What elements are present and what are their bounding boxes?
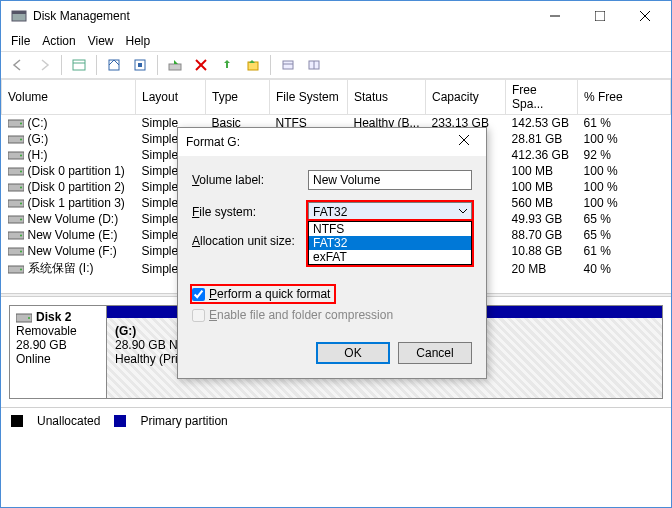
toolbar-icon-8[interactable] [303, 54, 325, 76]
window-title: Disk Management [33, 9, 532, 23]
col-pct[interactable]: % Free [578, 80, 671, 115]
menu-action[interactable]: Action [42, 34, 75, 48]
toolbar-icon-7[interactable] [277, 54, 299, 76]
svg-point-36 [20, 251, 22, 253]
col-layout[interactable]: Layout [136, 80, 206, 115]
toolbar [1, 51, 671, 79]
volume-label-input[interactable] [308, 170, 472, 190]
volume-label-label: Volume label: [192, 173, 308, 187]
menubar: File Action View Help [1, 31, 671, 51]
toolbar-icon-5[interactable] [216, 54, 238, 76]
fs-option-ntfs[interactable]: NTFS [309, 222, 471, 236]
disk-name: Disk 2 [36, 310, 71, 324]
svg-rect-11 [169, 64, 181, 70]
dialog-close-button[interactable] [450, 135, 478, 149]
ok-button[interactable]: OK [316, 342, 390, 364]
legend-unallocated: Unallocated [37, 414, 100, 428]
col-volume[interactable]: Volume [2, 80, 136, 115]
svg-rect-3 [595, 11, 605, 21]
close-button[interactable] [622, 2, 667, 31]
disk-icon [16, 310, 32, 324]
svg-rect-6 [73, 60, 85, 70]
toolbar-icon-3[interactable] [129, 54, 151, 76]
delete-icon[interactable] [190, 54, 212, 76]
svg-point-22 [20, 139, 22, 141]
col-type[interactable]: Type [206, 80, 270, 115]
format-dialog: Format G: Volume label: File system: FAT… [177, 127, 487, 379]
quick-format-label: Perform a quick format [209, 287, 330, 301]
disk-state: Online [16, 352, 100, 366]
fs-option-exfat[interactable]: exFAT [309, 250, 471, 264]
svg-point-40 [28, 317, 30, 319]
svg-point-28 [20, 187, 22, 189]
svg-rect-14 [248, 62, 258, 70]
disk-size: 28.90 GB [16, 338, 100, 352]
toolbar-icon-4[interactable] [164, 54, 186, 76]
minimize-button[interactable] [532, 2, 577, 31]
cancel-button[interactable]: Cancel [398, 342, 472, 364]
svg-rect-8 [109, 60, 119, 70]
svg-point-26 [20, 171, 22, 173]
menu-help[interactable]: Help [126, 34, 151, 48]
legend-unallocated-swatch [11, 415, 23, 427]
filesystem-label: File system: [192, 205, 308, 219]
svg-point-34 [20, 235, 22, 237]
legend: Unallocated Primary partition [1, 407, 671, 434]
dialog-title: Format G: [186, 135, 450, 149]
disk-info[interactable]: Disk 2 Removable 28.90 GB Online [9, 305, 107, 399]
titlebar: Disk Management [1, 1, 671, 31]
svg-point-30 [20, 203, 22, 205]
disk-kind: Removable [16, 324, 100, 338]
compression-label: Enable file and folder compression [209, 308, 393, 322]
fs-option-fat32[interactable]: FAT32 [309, 236, 471, 250]
svg-point-24 [20, 155, 22, 157]
forward-button[interactable] [33, 54, 55, 76]
svg-point-32 [20, 219, 22, 221]
legend-primary: Primary partition [140, 414, 227, 428]
back-button[interactable] [7, 54, 29, 76]
chevron-down-icon [458, 205, 468, 219]
toolbar-icon-6[interactable] [242, 54, 264, 76]
menu-file[interactable]: File [11, 34, 30, 48]
col-fs[interactable]: File System [270, 80, 348, 115]
svg-point-38 [20, 268, 22, 270]
svg-rect-1 [12, 11, 26, 14]
col-free[interactable]: Free Spa... [506, 80, 578, 115]
filesystem-dropdown: NTFS FAT32 exFAT [308, 221, 472, 265]
svg-rect-10 [138, 63, 142, 67]
menu-view[interactable]: View [88, 34, 114, 48]
compression-checkbox [192, 309, 205, 322]
quick-format-checkbox[interactable] [192, 288, 205, 301]
app-icon [11, 8, 27, 24]
svg-point-20 [20, 123, 22, 125]
legend-primary-swatch [114, 415, 126, 427]
col-capacity[interactable]: Capacity [426, 80, 506, 115]
toolbar-icon-2[interactable] [103, 54, 125, 76]
filesystem-combo[interactable]: FAT32 [308, 202, 472, 222]
toolbar-icon-1[interactable] [68, 54, 90, 76]
svg-rect-15 [283, 61, 293, 69]
maximize-button[interactable] [577, 2, 622, 31]
col-status[interactable]: Status [348, 80, 426, 115]
allocation-label: Allocation unit size: [192, 234, 308, 248]
